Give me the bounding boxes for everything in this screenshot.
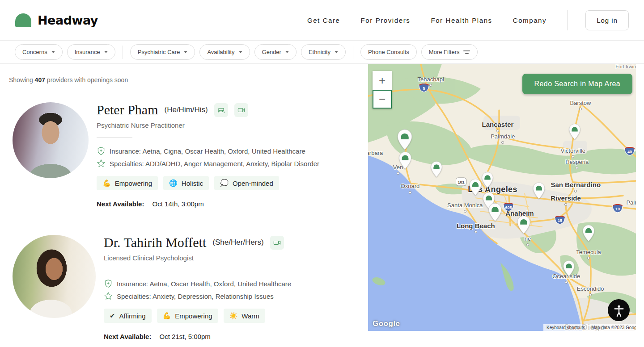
specialties-text: Specialties: Anxiety, Depression, Relati… [117, 293, 274, 300]
badge-label: Holistic [182, 180, 203, 187]
map-label: Palm S [626, 199, 636, 205]
chevron-down-icon [239, 51, 242, 53]
map-label: ne [525, 235, 531, 242]
filter-gender[interactable]: Gender [254, 44, 297, 60]
main-nav: Get Care For Providers For Health Plans … [307, 10, 629, 30]
results-number: 407 [35, 76, 45, 84]
provider-photo[interactable] [13, 235, 96, 318]
map-town-dot [572, 155, 574, 158]
insurance-row: Insurance: Aetna, Oscar Health, Oxford, … [104, 279, 291, 288]
provider-card[interactable]: Peter Pham (He/Him/His) Psychiatric Nurs… [9, 84, 368, 208]
next-available-label: Next Available: [97, 200, 144, 208]
provider-name[interactable]: Dr. Tahirih Moffett [104, 235, 206, 250]
provider-map-pin[interactable] [399, 152, 412, 170]
map-label: Victorville [561, 147, 585, 154]
insurance-row: Insurance: Aetna, Cigna, Oscar Health, O… [97, 146, 319, 155]
map-town-dot [397, 172, 399, 175]
filter-concerns[interactable]: Concerns [15, 44, 63, 60]
provider-map-pin[interactable] [582, 225, 594, 242]
map-label: Lancaster [482, 121, 513, 128]
map-label: arbara [368, 150, 383, 156]
chevron-down-icon [104, 51, 108, 53]
results-suffix: providers with openings soon [45, 76, 128, 84]
interstate-shield: 15 [554, 214, 566, 226]
badge-emoji: 💪 [102, 179, 111, 187]
map-town-dot [564, 203, 567, 206]
zoom-in-button[interactable]: + [373, 71, 392, 90]
provider-map-pin[interactable] [470, 179, 482, 196]
keyboard-shortcuts-link[interactable]: Keyboard shortcuts [543, 324, 588, 331]
map-town-dot [576, 167, 578, 169]
provider-map-pin[interactable] [569, 124, 580, 140]
filter-availability[interactable]: Availability [199, 44, 250, 60]
map-label: Escondido [577, 285, 604, 292]
filter-phone-consults[interactable]: Phone Consults [360, 44, 417, 60]
login-button[interactable]: Log in [585, 10, 629, 30]
headway-logo-icon [15, 13, 31, 27]
interstate-shield: 5 [418, 82, 430, 94]
provider-photo[interactable] [13, 102, 89, 178]
interstate-shield: 10 [612, 202, 623, 215]
nav-divider [567, 10, 568, 30]
filter-psychiatric-care[interactable]: Psychiatric Care [130, 44, 195, 60]
headway-logo[interactable]: Headway [15, 13, 98, 27]
star-icon [97, 159, 106, 168]
map-town-dot [579, 108, 582, 110]
interstate-shield: 40 [624, 145, 636, 158]
interstate-shield: 605 [503, 201, 514, 213]
badge-emoji: ☀️ [229, 312, 238, 320]
next-available-label: Next Available: [104, 333, 151, 340]
shield-plus-icon [104, 279, 113, 288]
video-session-icon [234, 103, 248, 117]
provider-map-pin[interactable] [488, 203, 502, 221]
map-label: Long Beach [457, 222, 495, 229]
map-town-dot [464, 210, 466, 213]
badge-label: Empowering [115, 180, 152, 187]
provider-map-pin[interactable] [533, 182, 545, 199]
provider-card[interactable]: Dr. Tahirih Moffett (She/Her/Hers) Licen… [9, 223, 368, 340]
trait-badge: 💪Empowering [97, 176, 158, 190]
us-route-shield: 101 [455, 177, 467, 188]
filter-label: Concerns [22, 49, 47, 55]
provider-list: Showing 407 providers with openings soon… [0, 64, 368, 347]
in-person-chair-icon [214, 103, 228, 117]
star-icon [104, 292, 113, 301]
next-available-row: Next Available: Oct 14th, 3:00pm [97, 200, 319, 208]
accessibility-person-icon [613, 304, 625, 317]
filter-more-filters[interactable]: More Filters [421, 44, 478, 60]
nav-for-providers[interactable]: For Providers [361, 17, 411, 24]
trait-badge: 💭Open-minded [214, 176, 279, 190]
map-town-dot [589, 293, 592, 296]
accessibility-widget-button[interactable] [608, 299, 630, 321]
nav-for-health-plans[interactable]: For Health Plans [431, 17, 492, 24]
zoom-out-button[interactable]: − [373, 90, 392, 109]
nav-company[interactable]: Company [513, 17, 547, 24]
next-available-value: Oct 14th, 3:00pm [153, 200, 204, 208]
badge-emoji: 💪 [163, 312, 171, 320]
filter-ethnicity[interactable]: Ethnicity [301, 44, 346, 60]
results-count: Showing 407 providers with openings soon [9, 76, 368, 84]
badge-emoji: 💭 [220, 179, 229, 187]
badge-emoji: 🌐 [169, 179, 178, 187]
next-available-row: Next Available: Oct 21st, 5:00pm [104, 333, 291, 340]
google-logo: Google [373, 319, 400, 328]
provider-map-pin[interactable] [431, 161, 442, 177]
nav-get-care[interactable]: Get Care [307, 17, 340, 24]
provider-map-pin[interactable] [397, 129, 412, 150]
provider-map-pin[interactable] [482, 172, 493, 188]
filter-insurance[interactable]: Insurance [67, 44, 115, 60]
shield-plus-icon [97, 146, 106, 155]
provider-map-pin[interactable] [563, 260, 575, 276]
filter-label: More Filters [429, 49, 460, 55]
map-label: Riverside [551, 194, 581, 202]
svg-text:10: 10 [615, 207, 620, 211]
svg-text:101: 101 [458, 180, 464, 184]
provider-title: Psychiatric Nurse Practitioner [97, 121, 319, 129]
map-town-dot [496, 130, 499, 132]
provider-name[interactable]: Peter Pham [97, 102, 158, 117]
map-town-dot [526, 243, 529, 246]
provider-map-pin[interactable] [517, 216, 530, 234]
redo-search-button[interactable]: Redo Search in Map Area [522, 74, 632, 94]
svg-text:40: 40 [627, 150, 632, 154]
map-canvas[interactable]: Fort IrwinTehachapiLancasterPalmdaleBars… [368, 64, 636, 331]
